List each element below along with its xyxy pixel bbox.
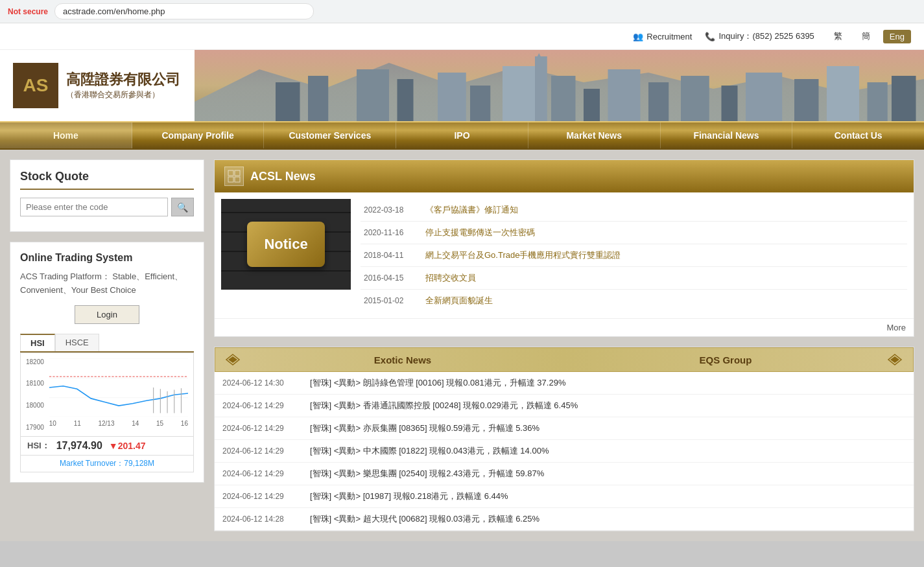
svg-rect-10 <box>584 89 600 121</box>
svg-rect-20 <box>535 56 547 121</box>
exotic-news-header: Exotic News EQS Group <box>215 347 914 372</box>
news-header-icon <box>224 167 244 186</box>
svg-rect-12 <box>648 82 669 121</box>
acsl-news-item-2[interactable]: 2020-11-16 停止支援電郵傳送一次性密碼 <box>361 222 907 244</box>
acsl-news-more-link[interactable]: More <box>886 323 906 332</box>
hsi-change: ▼201.47 <box>109 441 146 451</box>
svg-rect-16 <box>794 79 819 121</box>
nav-ipo[interactable]: IPO <box>396 122 528 148</box>
acsl-news-item-5[interactable]: 2015-01-02 全新網頁面貌誕生 <box>361 290 907 312</box>
news-date-3: 2018-04-11 <box>364 251 416 260</box>
exotic-link-4[interactable]: [智珠] <異動> 中木國際 [01822] 現報0.043港元，跌幅達 14.… <box>310 445 549 457</box>
language-switcher: 繁 簡 Eng <box>827 29 911 44</box>
svg-rect-9 <box>551 76 576 121</box>
stock-input-row: 🔍 <box>20 198 194 216</box>
svg-rect-35 <box>235 177 240 182</box>
hsi-values: HSI： 17,974.90 ▼201.47 <box>20 437 194 456</box>
exotic-link-6[interactable]: [智珠] <異動> [01987] 現報0.218港元，跌幅達 6.44% <box>310 491 508 502</box>
exotic-link-5[interactable]: [智珠] <異動> 樂思集團 [02540] 現報2.43港元，升幅達 59.8… <box>310 468 544 480</box>
exotic-date-5: 2024-06-12 14:29 <box>222 469 300 478</box>
hsi-chart-svg <box>49 358 188 417</box>
exotic-deco-right <box>887 353 903 366</box>
security-indicator: Not secure <box>8 7 48 16</box>
nav-home[interactable]: Home <box>0 122 132 148</box>
cityscape-image <box>195 50 924 121</box>
exotic-link-1[interactable]: [智珠] <異動> 朗詩綠色管理 [00106] 現報0.081港元，升幅達 3… <box>310 377 565 389</box>
acsl-news-item-4[interactable]: 2016-04-15 招聘交收文員 <box>361 267 907 290</box>
main-nav: Home Company Profile Customer Services I… <box>0 121 924 150</box>
header-banner <box>195 50 924 121</box>
exotic-date-2: 2024-06-12 14:29 <box>222 401 300 410</box>
nav-financial-news[interactable]: Financial News <box>661 122 793 148</box>
chart-y-label-4: 17900 <box>26 424 44 431</box>
news-title-2: 停止支援電郵傳送一次性密碼 <box>425 227 535 238</box>
lang-en-btn[interactable]: Eng <box>883 30 911 43</box>
chart-y-label-3: 18000 <box>26 402 44 409</box>
utility-bar: 👥 Recruitment 📞 Inquiry：(852) 2525 6395 … <box>0 23 924 50</box>
logo-icon: AS <box>13 63 58 108</box>
chart-y-label-2: 18100 <box>26 380 44 387</box>
news-title-1: 《客戶協議書》修訂通知 <box>425 204 518 216</box>
svg-rect-3 <box>308 76 328 121</box>
sidebar: Stock Quote 🔍 Online Trading System ACS … <box>10 159 204 531</box>
svg-rect-6 <box>438 73 466 121</box>
hsi-tabs: HSI HSCE <box>20 334 194 353</box>
svg-rect-18 <box>868 82 888 121</box>
notice-image: Notice <box>221 199 351 290</box>
inquiry-link[interactable]: 📞 Inquiry：(852) 2525 6395 <box>705 30 814 42</box>
exotic-date-1: 2024-06-12 14:30 <box>222 378 300 388</box>
hsce-tab[interactable]: HSCE <box>55 334 99 351</box>
hsi-tab[interactable]: HSI <box>20 334 55 351</box>
pattern-icon <box>228 170 241 183</box>
main-content: Stock Quote 🔍 Online Trading System ACS … <box>0 150 924 541</box>
right-content: ACSL News Notice 2022-03-18 《客戶協議書》修訂通知 <box>214 159 914 531</box>
svg-rect-4 <box>357 69 389 121</box>
svg-rect-5 <box>397 79 414 121</box>
site-header: AS 高陞證券有限公司 （香港聯合交易所參與者） <box>0 50 924 121</box>
nav-customer-services[interactable]: Customer Services <box>264 122 396 148</box>
notice-key: Notice <box>247 222 325 267</box>
chart-y-label-1: 18200 <box>26 358 44 365</box>
person-icon: 👥 <box>633 32 643 41</box>
chart-x-label-4: 14 <box>132 420 139 427</box>
stock-search-button[interactable]: 🔍 <box>171 198 194 216</box>
exotic-item-6: 2024-06-12 14:29 [智珠] <異動> [01987] 現報0.2… <box>215 485 914 508</box>
recruitment-link[interactable]: 👥 Recruitment <box>633 32 692 41</box>
svg-rect-32 <box>228 170 233 176</box>
svg-rect-19 <box>892 76 916 121</box>
cityscape-svg <box>195 50 924 121</box>
exotic-link-2[interactable]: [智珠] <異動> 香港通訊國際控股 [00248] 現報0.029港元，跌幅達… <box>310 400 578 411</box>
url-bar[interactable]: acstrade.com/en/home.php <box>54 3 314 19</box>
acsl-news-item-3[interactable]: 2018-04-11 網上交易平台及Go.Trade手機應用程式實行雙重認證 <box>361 244 907 267</box>
online-trading-box: Online Trading System ACS Trading Platfo… <box>10 242 204 483</box>
svg-rect-7 <box>470 86 490 121</box>
stock-code-input[interactable] <box>20 198 168 216</box>
exotic-link-7[interactable]: [智珠] <異動> 超大現代 [00682] 現報0.03港元，跌幅達 6.25… <box>310 513 539 525</box>
nav-market-news[interactable]: Market News <box>528 122 661 148</box>
acsl-news-box: ACSL News Notice 2022-03-18 《客戶協議書》修訂通知 <box>214 159 914 337</box>
chart-x-label-5: 15 <box>156 420 163 427</box>
lang-tc-btn[interactable]: 繁 <box>827 29 849 44</box>
acsl-news-header: ACSL News <box>215 160 914 192</box>
exotic-item-2: 2024-06-12 14:29 [智珠] <異動> 香港通訊國際控股 [002… <box>215 395 914 417</box>
browser-bar: Not secure acstrade.com/en/home.php <box>0 0 924 23</box>
exotic-date-4: 2024-06-12 14:29 <box>222 446 300 456</box>
exotic-left-icon <box>225 353 241 366</box>
nav-company-profile[interactable]: Company Profile <box>132 122 265 148</box>
logo-area: AS 高陞證券有限公司 （香港聯合交易所參與者） <box>0 50 195 121</box>
lang-sc-btn[interactable]: 簡 <box>855 29 877 44</box>
hsi-label: HSI： <box>27 440 50 452</box>
news-title-5: 全新網頁面貌誕生 <box>425 295 493 307</box>
acsl-news-list: 2022-03-18 《客戶協議書》修訂通知 2020-11-16 停止支援電郵… <box>361 199 907 312</box>
news-date-2: 2020-11-16 <box>364 228 416 237</box>
nav-contact-us[interactable]: Contact Us <box>792 122 924 148</box>
news-date-1: 2022-03-18 <box>364 205 416 214</box>
exotic-link-3[interactable]: [智珠] <異動> 亦辰集團 [08365] 現報0.59港元，升幅達 5.36… <box>310 422 539 434</box>
svg-rect-15 <box>746 73 782 121</box>
news-title-3: 網上交易平台及Go.Trade手機應用程式實行雙重認證 <box>425 249 621 261</box>
exotic-item-7: 2024-06-12 14:28 [智珠] <異動> 超大現代 [00682] … <box>215 508 914 531</box>
logo-name-cn: 高陞證券有限公司 <box>66 71 180 89</box>
login-button[interactable]: Login <box>75 305 139 324</box>
eqs-group-label: EQS Group <box>564 354 887 365</box>
acsl-news-item-1[interactable]: 2022-03-18 《客戶協議書》修訂通知 <box>361 199 907 222</box>
